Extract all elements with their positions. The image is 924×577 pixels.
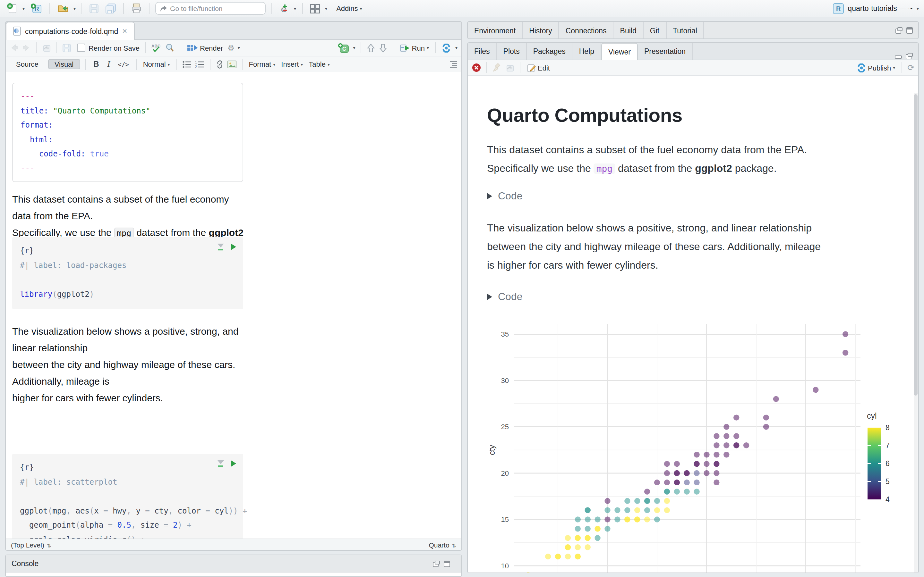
insert-menu[interactable]: Insert▾ [280, 57, 304, 71]
render-button[interactable]: Render [185, 41, 224, 55]
minimize-pane-icon[interactable] [433, 560, 440, 567]
save-all-button[interactable] [104, 1, 118, 15]
run-chunks-above-icon[interactable] [217, 460, 225, 467]
popout-icon[interactable] [505, 63, 515, 72]
editor-document[interactable]: ---title: "Quarto Computations"format: h… [6, 72, 461, 538]
chevron-down-icon[interactable]: ▾ [455, 45, 457, 50]
data-point [575, 554, 581, 559]
goto-file-function-input[interactable]: Go to file/function [155, 2, 266, 15]
code-fold-toggle[interactable]: Code [487, 190, 523, 202]
run-button[interactable]: Run ▾ [399, 41, 430, 55]
restore-pane-icon[interactable] [895, 27, 903, 34]
paragraph-style-value: Normal [143, 60, 166, 68]
chevron-down-icon[interactable]: ▾ [73, 6, 76, 11]
tab-connections[interactable]: Connections [559, 22, 614, 39]
refresh-icon[interactable]: ⟳ [907, 63, 914, 73]
bold-button[interactable]: B [91, 60, 102, 69]
tab-environment[interactable]: Environment [468, 22, 523, 39]
tab-history[interactable]: History [523, 22, 559, 39]
editor-tab[interactable]: computations-code-fold.qmd ✕ [6, 22, 134, 40]
tab-build[interactable]: Build [614, 22, 644, 39]
insert-chunk-icon[interactable]: C [338, 43, 350, 53]
back-icon[interactable] [10, 44, 19, 52]
spellcheck-icon[interactable]: ABC [150, 43, 162, 53]
outline-toggle-icon[interactable] [448, 60, 457, 68]
tab-viewer[interactable]: Viewer [601, 43, 638, 60]
code-chunk-scatterplot[interactable]: {r}#| label: scatterplotggplot(mpg, aes(… [12, 454, 243, 538]
chevron-down-icon[interactable]: ▾ [238, 45, 240, 50]
tab-tutorial[interactable]: Tutorial [666, 22, 704, 39]
paragraph-style-select[interactable]: Normal ▾ [142, 57, 171, 71]
image-icon[interactable] [227, 60, 237, 68]
maximize-pane-icon[interactable] [906, 27, 913, 34]
new-file-button[interactable] [5, 1, 19, 15]
data-point [644, 516, 650, 522]
console-title[interactable]: Console [11, 560, 39, 567]
tab-help[interactable]: Help [573, 42, 601, 60]
chevron-down-icon[interactable]: ▾ [23, 6, 25, 11]
r-project-icon: R [833, 3, 844, 14]
edit-button[interactable]: Edit [525, 61, 551, 75]
data-point [763, 414, 769, 420]
tab-plots[interactable]: Plots [497, 42, 527, 60]
bullet-list-icon[interactable] [182, 60, 192, 68]
save-icon [89, 3, 99, 13]
popout-icon[interactable] [42, 43, 51, 52]
save-icon[interactable] [62, 43, 71, 52]
scope-selector[interactable]: (Top Level)⇅ [11, 541, 51, 548]
print-button[interactable] [129, 1, 143, 15]
broom-icon[interactable] [492, 63, 502, 73]
run-chunk-icon[interactable] [230, 243, 237, 251]
scrollbar-thumb[interactable] [914, 94, 918, 396]
publish-icon[interactable] [441, 43, 452, 52]
chevron-down-icon[interactable]: ▾ [353, 45, 355, 50]
yaml-metadata-block[interactable]: ---title: "Quarto Computations"format: h… [12, 83, 243, 182]
maximize-pane-icon[interactable] [443, 560, 451, 567]
restore-pane-icon[interactable] [905, 53, 913, 60]
project-menu[interactable]: R quarto-tutorials — ~ ▾ [833, 3, 919, 14]
version-control-button[interactable]: G [278, 1, 290, 15]
render-on-save-checkbox[interactable] [77, 44, 86, 52]
tab-visual-mode[interactable]: Visual [48, 59, 80, 69]
clear-viewer-icon[interactable] [472, 63, 481, 73]
run-previous-icon[interactable] [367, 43, 375, 52]
workspace-panes-button[interactable] [309, 1, 321, 15]
tab-packages[interactable]: Packages [527, 42, 573, 60]
forward-icon[interactable] [22, 44, 31, 52]
chevron-down-icon[interactable]: ▾ [325, 6, 327, 11]
addins-button[interactable]: Addins ▾ [335, 1, 363, 15]
tab-files[interactable]: Files [468, 42, 497, 60]
gear-icon[interactable]: ⚙ [228, 43, 234, 52]
code-format-button[interactable]: </> [116, 61, 131, 68]
paragraph[interactable]: The visualization below shows a positive… [12, 323, 244, 406]
divider [123, 3, 124, 14]
plot-legend-cyl: cyl87654 [867, 411, 890, 504]
publish-button[interactable]: Publish ▾ [855, 61, 897, 75]
open-file-button[interactable] [55, 1, 69, 15]
inline-code: mpg [114, 227, 134, 239]
data-point [733, 414, 739, 420]
numbered-list-icon[interactable]: 12 [195, 60, 205, 68]
data-point [634, 507, 640, 513]
minimize-pane-icon[interactable] [895, 53, 902, 60]
close-icon[interactable]: ✕ [122, 27, 128, 35]
code-fold-toggle[interactable]: Code [487, 291, 523, 303]
save-button[interactable] [88, 1, 100, 15]
tab-git[interactable]: Git [644, 22, 666, 39]
chevron-down-icon[interactable]: ▾ [294, 6, 296, 11]
run-chunks-above-icon[interactable] [217, 243, 225, 251]
divider [901, 62, 902, 73]
tab-presentation[interactable]: Presentation [638, 42, 693, 60]
link-icon[interactable] [216, 60, 224, 68]
filetype-selector[interactable]: Quarto⇅ [429, 541, 456, 548]
run-chunk-icon[interactable] [230, 460, 237, 467]
code-chunk-load-packages[interactable]: {r}#| label: load-packageslibrary(ggplot… [12, 237, 243, 309]
new-project-button[interactable]: R [29, 1, 43, 15]
tab-source-mode[interactable]: Source [10, 59, 45, 69]
search-icon[interactable] [165, 43, 174, 53]
run-next-icon[interactable] [379, 43, 388, 52]
table-menu[interactable]: Table▾ [307, 57, 331, 71]
format-menu[interactable]: Format▾ [248, 57, 277, 71]
insert-label: Insert [281, 60, 299, 68]
italic-button[interactable]: I [105, 59, 113, 69]
